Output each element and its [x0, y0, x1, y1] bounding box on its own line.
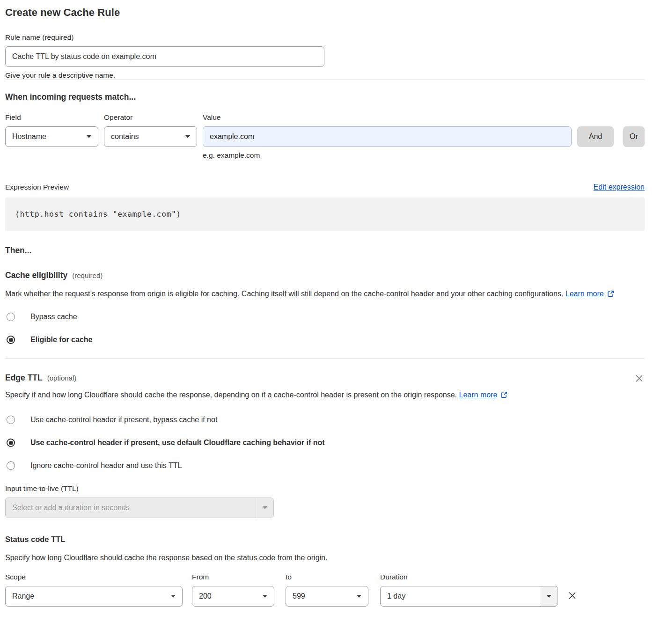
edit-expression-link[interactable]: Edit expression: [594, 183, 645, 191]
scope-select[interactable]: Range: [5, 586, 183, 607]
value-label: Value: [203, 113, 572, 122]
operator-select-value: contains: [111, 132, 139, 141]
operator-select[interactable]: contains: [104, 126, 197, 147]
external-link-icon: [500, 391, 507, 398]
close-edge-ttl-button[interactable]: [634, 373, 645, 384]
expression-preview-label: Expression Preview: [5, 183, 69, 191]
required-tag: (required): [72, 271, 103, 279]
chevron-down-icon: [263, 595, 267, 598]
edge-ttl-description: Specify if and how long Cloudflare shoul…: [5, 388, 529, 402]
value-help: e.g. example.com: [203, 151, 572, 160]
chevron-down-icon: [547, 595, 551, 598]
ttl-input-label: Input time-to-live (TTL): [5, 484, 645, 493]
chevron-down-icon: [87, 135, 91, 138]
to-select[interactable]: 599: [286, 586, 368, 607]
chevron-down-icon: [185, 135, 190, 138]
ttl-duration-select[interactable]: Select or add a duration in seconds: [5, 498, 274, 518]
to-select-value: 599: [293, 592, 305, 600]
chevron-down-icon: [357, 595, 361, 598]
rule-name-input[interactable]: [5, 46, 324, 67]
edge-ttl-learn-more-link[interactable]: Learn more: [459, 391, 498, 399]
value-input[interactable]: [203, 126, 572, 147]
chevron-down-icon: [263, 506, 267, 509]
dropdown-arrow-button[interactable]: [256, 498, 273, 518]
radio-selected-icon[interactable]: [7, 336, 15, 344]
scope-label: Scope: [5, 573, 183, 581]
radio-option-ignore-header[interactable]: Ignore cache-control header and use this…: [5, 461, 182, 470]
radio-option-bypass-cache[interactable]: Bypass cache: [5, 313, 77, 321]
or-button[interactable]: Or: [623, 126, 645, 147]
section-divider: [5, 80, 645, 80]
external-link-icon: [607, 290, 614, 297]
duration-label: Duration: [380, 573, 558, 581]
cache-eligibility-description-text: Mark whether the request’s response from…: [5, 290, 563, 298]
edge-ttl-heading: Edge TTL: [5, 373, 43, 383]
status-code-ttl-description: Specify how long Cloudflare should cache…: [5, 551, 645, 564]
from-select-value: 200: [199, 592, 212, 600]
radio-label: Bypass cache: [30, 313, 77, 321]
expression-preview-box: (http.host contains "example.com"): [5, 198, 645, 231]
status-code-ttl-heading: Status code TTL: [5, 535, 645, 544]
status-code-ttl-row: Scope Range From 200 to 599 Duration 1 d…: [5, 573, 645, 607]
chevron-down-icon: [171, 595, 176, 598]
field-select[interactable]: Hostname: [5, 126, 98, 147]
and-button[interactable]: And: [577, 126, 614, 147]
field-select-value: Hostname: [12, 132, 46, 141]
from-label: From: [192, 573, 274, 581]
then-heading: Then...: [5, 246, 645, 256]
expression-code: (http.host contains "example.com"): [15, 210, 181, 219]
radio-label: Ignore cache-control header and use this…: [30, 461, 182, 470]
radio-option-eligible-for-cache[interactable]: Eligible for cache: [5, 336, 92, 344]
cache-eligibility-learn-more-link[interactable]: Learn more: [566, 290, 604, 298]
match-heading: When incoming requests match...: [5, 92, 645, 102]
match-condition-row: Field Hostname Operator contains Value e…: [5, 113, 645, 160]
radio-icon[interactable]: [7, 313, 15, 321]
ttl-duration-placeholder: Select or add a duration in seconds: [6, 498, 256, 518]
close-icon: [567, 591, 577, 600]
radio-icon[interactable]: [7, 416, 15, 424]
radio-option-use-header-bypass[interactable]: Use cache-control header if present, byp…: [5, 416, 217, 424]
edge-ttl-description-text: Specify if and how long Cloudflare shoul…: [5, 391, 457, 399]
to-label: to: [286, 573, 368, 581]
rule-name-help: Give your rule a descriptive name.: [5, 71, 645, 80]
from-select[interactable]: 200: [192, 586, 274, 607]
dropdown-arrow-button[interactable]: [540, 586, 558, 606]
radio-icon[interactable]: [7, 461, 15, 470]
radio-selected-icon[interactable]: [7, 439, 15, 447]
operator-label: Operator: [104, 113, 197, 122]
page-title: Create new Cache Rule: [5, 7, 645, 19]
cache-eligibility-description: Mark whether the request’s response from…: [5, 287, 635, 300]
radio-option-use-header-default[interactable]: Use cache-control header if present, use…: [5, 439, 325, 447]
duration-select-value: 1 day: [381, 586, 540, 606]
radio-label: Use cache-control header if present, byp…: [30, 416, 217, 424]
cache-eligibility-heading: Cache eligibility: [5, 271, 67, 280]
rule-name-label: Rule name (required): [5, 33, 645, 42]
remove-status-code-row-button[interactable]: [566, 573, 578, 601]
optional-tag: (optional): [47, 374, 77, 382]
radio-label: Eligible for cache: [30, 336, 92, 344]
section-divider: [5, 359, 645, 359]
field-label: Field: [5, 113, 98, 122]
scope-select-value: Range: [12, 592, 34, 600]
radio-label: Use cache-control header if present, use…: [30, 439, 325, 447]
create-cache-rule-form: Create new Cache Rule Rule name (require…: [0, 0, 661, 621]
duration-select[interactable]: 1 day: [380, 586, 558, 607]
close-icon: [635, 374, 644, 383]
